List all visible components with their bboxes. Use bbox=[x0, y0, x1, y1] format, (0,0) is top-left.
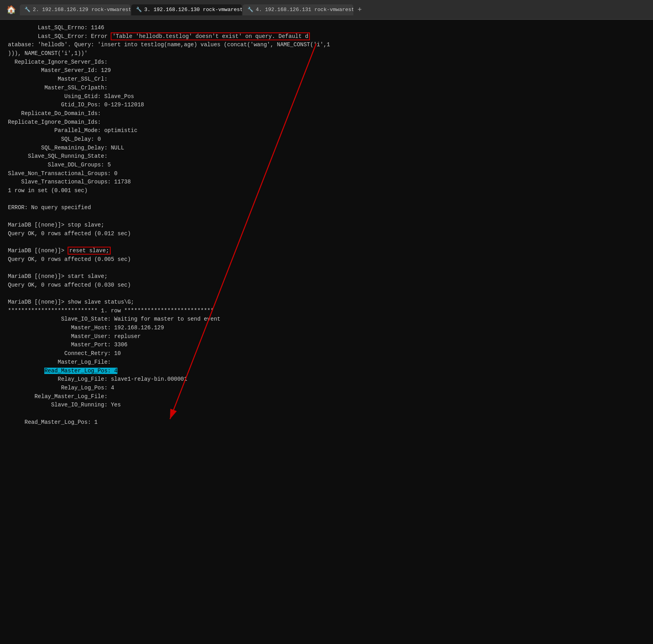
line-master-port: Master_Port: 3306 bbox=[8, 341, 645, 349]
reset-slave-command-box: reset slave; bbox=[68, 247, 111, 255]
line-gtid-io-pos: Gtid_IO_Pos: 0-129-112018 bbox=[8, 101, 645, 110]
terminal: Last_SQL_Errno: 1146 Last_SQL_Error: Err… bbox=[0, 20, 653, 644]
read-master-log-pos-highlight: Read_Master_Log_Pos: 4 bbox=[44, 368, 117, 374]
line-database-query: atabase: 'hellodb'. Query: 'insert into … bbox=[8, 41, 645, 49]
line-read-master-log-pos: Read_Master_Log_Pos: 4 bbox=[8, 367, 645, 376]
line-blank-6 bbox=[8, 410, 645, 418]
line-master-log-file: Master_Log_File: bbox=[8, 358, 645, 367]
line-slave-ddl-groups: Slave_DDL_Groups: 5 bbox=[8, 161, 645, 170]
line-relay-log-pos: Relay_Log_Pos: 4 bbox=[8, 384, 645, 393]
line-slave-io-running: Slave_IO_Running: Yes bbox=[8, 401, 645, 410]
line-replicate-ignore-domain: Replicate_Ignore_Domain_Ids: bbox=[8, 118, 645, 127]
line-show-slave-status: MariaDB [(none)]> show slave status\G; bbox=[8, 298, 645, 307]
line-last-sql-error: Last_SQL_Error: Error 'Table 'hellodb.te… bbox=[8, 32, 645, 41]
tab-1-icon: 🔧 bbox=[25, 7, 30, 13]
line-reset-slave-result: Query OK, 0 rows affected (0.005 sec) bbox=[8, 255, 645, 264]
browser-tabs: 🔧 2. 192.168.126.129 rock-vmwarestat 🔧 3… bbox=[20, 4, 649, 15]
line-blank-4 bbox=[8, 264, 645, 272]
tab-1-label: 2. 192.168.126.129 rock-vmwarestat bbox=[33, 7, 130, 13]
line-master-ssl-crlpath: Master_SSL_Crlpath: bbox=[8, 84, 645, 93]
line-master-host: Master_Host: 192.168.126.129 bbox=[8, 324, 645, 332]
line-error-no-query: ERROR: No query specified bbox=[8, 204, 645, 212]
tab-1[interactable]: 🔧 2. 192.168.126.129 rock-vmwarestat bbox=[20, 4, 130, 15]
tab-2-label: 3. 192.168.126.130 rock-vmwaresta bbox=[144, 7, 242, 13]
line-row-in-set: 1 row in set (0.001 sec) bbox=[8, 187, 645, 195]
line-slave-sql-running-state: Slave_SQL_Running_State: bbox=[8, 152, 645, 161]
line-blank-5 bbox=[8, 289, 645, 298]
line-query-cont: ))), NAME_CONST('i',1))' bbox=[8, 49, 645, 58]
line-master-ssl-crl: Master_SSL_Crl: bbox=[8, 75, 645, 84]
line-connect-retry: Connect_Retry: 10 bbox=[8, 349, 645, 358]
tab-3-label: 4. 192.168.126.131 rock-vmwarestat bbox=[256, 7, 353, 13]
line-blank-3 bbox=[8, 238, 645, 247]
line-stop-slave-result: Query OK, 0 rows affected (0.012 sec) bbox=[8, 230, 645, 238]
line-reset-slave-prompt: MariaDB [(none)]> reset slave; bbox=[8, 247, 645, 255]
error-highlight-box: 'Table 'hellodb.testlog' doesn't exist' … bbox=[111, 32, 310, 40]
tab-2-icon: 🔧 bbox=[136, 7, 142, 13]
browser-chrome: 🏠 🔧 2. 192.168.126.129 rock-vmwarestat 🔧… bbox=[0, 0, 653, 20]
line-relay-master-log-file: Relay_Master_Log_File: bbox=[8, 393, 645, 401]
line-sql-delay: SQL_Delay: 0 bbox=[8, 135, 645, 144]
line-start-slave-prompt: MariaDB [(none)]> start slave; bbox=[8, 272, 645, 281]
line-slave-non-transactional: Slave_Non_Transactional_Groups: 0 bbox=[8, 170, 645, 178]
tab-3-icon: 🔧 bbox=[247, 7, 253, 13]
line-blank-1 bbox=[8, 195, 645, 204]
line-slave-transactional: Slave_Transactional_Groups: 11738 bbox=[8, 178, 645, 187]
line-replicate-ignore: Replicate_Ignore_Server_Ids: bbox=[8, 58, 645, 67]
line-master-server-id: Master_Server_Id: 129 bbox=[8, 66, 645, 75]
line-using-gtid: Using_Gtid: Slave_Pos bbox=[8, 93, 645, 101]
line-slave-io-state: Slave_IO_State: Waiting for master to se… bbox=[8, 315, 645, 324]
line-start-slave-result: Query OK, 0 rows affected (0.030 sec) bbox=[8, 281, 645, 290]
line-replicate-do-domain: Replicate_Do_Domain_Ids: bbox=[8, 110, 645, 118]
new-tab-button[interactable]: + bbox=[354, 4, 365, 15]
home-icon[interactable]: 🏠 bbox=[4, 3, 18, 17]
line-blank-2 bbox=[8, 212, 645, 221]
line-master-user: Master_User: repluser bbox=[8, 332, 645, 341]
tab-2[interactable]: 🔧 3. 192.168.126.130 rock-vmwaresta ✕ bbox=[131, 4, 242, 15]
line-relay-log-file: Relay_Log_File: slave1-relay-bin.000001 bbox=[8, 375, 645, 384]
line-sql-remaining-delay: SQL_Remaining_Delay: NULL bbox=[8, 144, 645, 153]
line-stop-slave-prompt: MariaDB [(none)]> stop slave; bbox=[8, 221, 645, 230]
line-last-sql-errno: Last_SQL_Errno: 1146 bbox=[8, 24, 645, 32]
tab-3[interactable]: 🔧 4. 192.168.126.131 rock-vmwarestat bbox=[243, 4, 353, 15]
line-last-partial: Read_Master_Log_Pos: 1 bbox=[8, 418, 645, 427]
line-row-separator: *************************** 1. row *****… bbox=[8, 307, 645, 315]
line-parallel-mode: Parallel_Mode: optimistic bbox=[8, 127, 645, 135]
